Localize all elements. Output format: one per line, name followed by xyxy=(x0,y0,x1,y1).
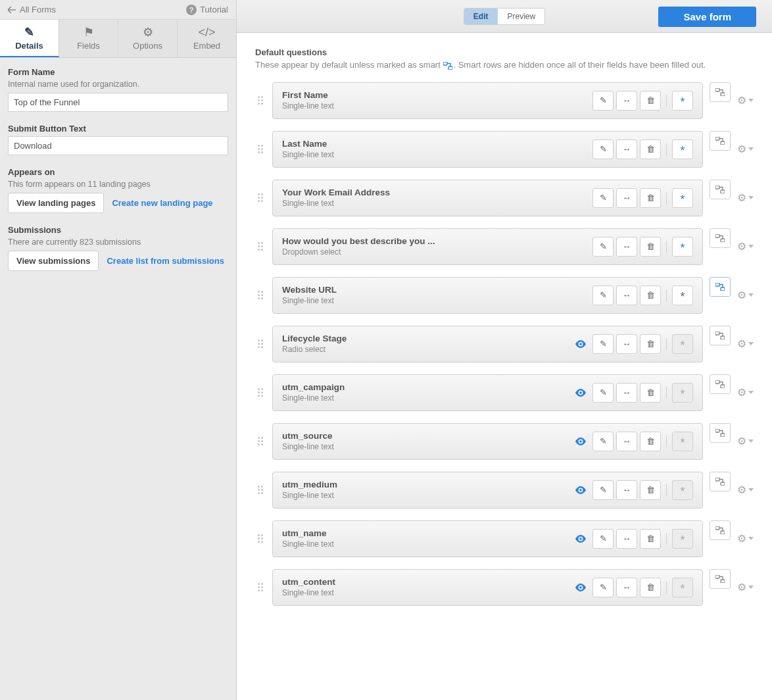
field-settings-menu[interactable]: ⚙ xyxy=(737,326,754,362)
delete-field-button[interactable]: 🗑 xyxy=(640,432,661,451)
form-name-input[interactable] xyxy=(8,93,228,112)
edit-field-button[interactable]: ✎ xyxy=(592,383,614,403)
resize-field-button[interactable]: ↔ xyxy=(616,432,637,451)
resize-field-button[interactable]: ↔ xyxy=(616,188,637,208)
smart-toggle-button[interactable] xyxy=(710,228,731,248)
required-toggle-button[interactable]: * xyxy=(672,139,693,159)
edit-field-button[interactable]: ✎ xyxy=(592,578,614,597)
field-settings-menu[interactable]: ⚙ xyxy=(737,228,754,265)
resize-field-button[interactable]: ↔ xyxy=(616,91,637,111)
drag-handle[interactable] xyxy=(255,180,266,216)
drag-handle[interactable] xyxy=(255,326,266,362)
edit-field-button[interactable]: ✎ xyxy=(592,91,614,111)
tab-embed[interactable]: </> Embed xyxy=(178,20,236,57)
edit-field-button[interactable]: ✎ xyxy=(592,432,614,451)
field-settings-menu[interactable]: ⚙ xyxy=(737,423,754,460)
drag-handle[interactable] xyxy=(255,277,266,314)
delete-field-button[interactable]: 🗑 xyxy=(640,578,661,597)
drag-handle[interactable] xyxy=(255,520,266,557)
smart-toggle-button[interactable] xyxy=(710,180,731,199)
field-card[interactable]: utm_nameSingle-line text✎↔🗑* xyxy=(272,520,703,557)
required-toggle-button[interactable]: * xyxy=(672,432,693,451)
submit-text-input[interactable] xyxy=(8,136,228,155)
create-list-link[interactable]: Create list from submissions xyxy=(107,256,224,266)
field-card[interactable]: First NameSingle-line text✎↔🗑* xyxy=(272,82,703,119)
drag-handle[interactable] xyxy=(255,228,266,265)
required-toggle-button[interactable]: * xyxy=(672,578,693,597)
smart-toggle-button[interactable] xyxy=(710,374,731,394)
field-card[interactable]: utm_sourceSingle-line text✎↔🗑* xyxy=(272,423,703,460)
delete-field-button[interactable]: 🗑 xyxy=(640,334,661,354)
delete-field-button[interactable]: 🗑 xyxy=(640,91,661,111)
field-settings-menu[interactable]: ⚙ xyxy=(737,520,754,557)
required-toggle-button[interactable]: * xyxy=(672,529,693,549)
drag-handle[interactable] xyxy=(255,131,266,168)
field-card[interactable]: Last NameSingle-line text✎↔🗑* xyxy=(272,131,703,168)
tutorial-link[interactable]: ? Tutorial xyxy=(186,5,228,15)
smart-toggle-button[interactable] xyxy=(710,131,731,151)
back-all-forms-link[interactable]: All Forms xyxy=(8,5,56,14)
delete-field-button[interactable]: 🗑 xyxy=(640,480,661,500)
tab-details[interactable]: ✎ Details xyxy=(0,20,59,57)
delete-field-button[interactable]: 🗑 xyxy=(640,188,661,208)
edit-field-button[interactable]: ✎ xyxy=(592,188,614,208)
save-form-button[interactable]: Save form xyxy=(658,7,756,27)
field-settings-menu[interactable]: ⚙ xyxy=(737,131,754,168)
delete-field-button[interactable]: 🗑 xyxy=(640,139,661,159)
view-submissions-button[interactable]: View submissions xyxy=(8,251,99,271)
edit-field-button[interactable]: ✎ xyxy=(592,139,614,159)
field-settings-menu[interactable]: ⚙ xyxy=(737,277,754,314)
delete-field-button[interactable]: 🗑 xyxy=(640,237,661,257)
smart-toggle-button[interactable] xyxy=(710,569,731,589)
required-toggle-button[interactable]: * xyxy=(672,188,693,208)
resize-field-button[interactable]: ↔ xyxy=(616,334,637,354)
field-card[interactable]: Lifecycle StageRadio select✎↔🗑* xyxy=(272,326,703,362)
drag-handle[interactable] xyxy=(255,374,266,411)
edit-field-button[interactable]: ✎ xyxy=(592,334,614,354)
delete-field-button[interactable]: 🗑 xyxy=(640,383,661,403)
edit-field-button[interactable]: ✎ xyxy=(592,237,614,257)
resize-field-button[interactable]: ↔ xyxy=(616,286,637,305)
tab-fields[interactable]: ⚑ Fields xyxy=(59,20,118,57)
resize-field-button[interactable]: ↔ xyxy=(616,529,637,549)
smart-toggle-button[interactable] xyxy=(710,326,731,345)
resize-field-button[interactable]: ↔ xyxy=(616,139,637,159)
delete-field-button[interactable]: 🗑 xyxy=(640,286,661,305)
resize-field-button[interactable]: ↔ xyxy=(616,383,637,403)
preview-mode-button[interactable]: Preview xyxy=(498,9,544,24)
required-toggle-button[interactable]: * xyxy=(672,237,693,257)
field-card[interactable]: How would you best describe you ...Dropd… xyxy=(272,228,703,265)
tab-options[interactable]: ⚙ Options xyxy=(118,20,178,57)
drag-handle[interactable] xyxy=(255,423,266,460)
edit-field-button[interactable]: ✎ xyxy=(592,529,614,549)
resize-field-button[interactable]: ↔ xyxy=(616,480,637,500)
required-toggle-button[interactable]: * xyxy=(672,334,693,354)
smart-toggle-button[interactable] xyxy=(710,472,731,491)
delete-field-button[interactable]: 🗑 xyxy=(640,529,661,549)
required-toggle-button[interactable]: * xyxy=(672,91,693,111)
resize-field-button[interactable]: ↔ xyxy=(616,578,637,597)
edit-field-button[interactable]: ✎ xyxy=(592,286,614,305)
required-toggle-button[interactable]: * xyxy=(672,480,693,500)
smart-toggle-button[interactable] xyxy=(710,520,731,540)
required-toggle-button[interactable]: * xyxy=(672,286,693,305)
smart-toggle-button[interactable] xyxy=(710,277,731,297)
view-landing-pages-button[interactable]: View landing pages xyxy=(8,193,104,213)
field-settings-menu[interactable]: ⚙ xyxy=(737,82,754,119)
field-card[interactable]: utm_mediumSingle-line text✎↔🗑* xyxy=(272,472,703,509)
required-toggle-button[interactable]: * xyxy=(672,383,693,403)
edit-field-button[interactable]: ✎ xyxy=(592,480,614,500)
drag-handle[interactable] xyxy=(255,472,266,509)
field-settings-menu[interactable]: ⚙ xyxy=(737,374,754,411)
drag-handle[interactable] xyxy=(255,82,266,119)
smart-toggle-button[interactable] xyxy=(710,82,731,102)
drag-handle[interactable] xyxy=(255,569,266,606)
field-card[interactable]: utm_contentSingle-line text✎↔🗑* xyxy=(272,569,703,606)
edit-mode-button[interactable]: Edit xyxy=(464,9,498,24)
field-card[interactable]: Your Work Email AddressSingle-line text✎… xyxy=(272,180,703,216)
field-card[interactable]: Website URLSingle-line text✎↔🗑* xyxy=(272,277,703,314)
field-card[interactable]: utm_campaignSingle-line text✎↔🗑* xyxy=(272,374,703,411)
create-landing-page-link[interactable]: Create new landing page xyxy=(112,198,212,208)
smart-toggle-button[interactable] xyxy=(710,423,731,443)
field-settings-menu[interactable]: ⚙ xyxy=(737,472,754,509)
